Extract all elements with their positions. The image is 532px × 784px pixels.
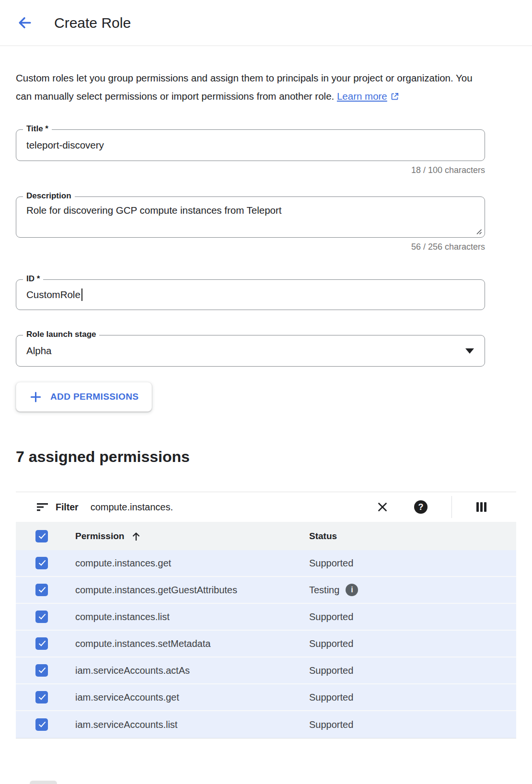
permission-cell: iam.serviceAccounts.list: [75, 719, 309, 730]
table-row[interactable]: iam.serviceAccounts.list Supported: [16, 711, 516, 738]
description-field-label: Description: [23, 191, 75, 201]
status-cell: Testing i: [309, 584, 516, 596]
page-header: Create Role: [0, 0, 532, 46]
cutoff-bottom-button[interactable]: [30, 781, 57, 784]
stage-field-label: Role launch stage: [23, 330, 99, 339]
id-value: CustomRole: [26, 289, 81, 300]
filter-toolbar: Filter compute.instances. ?: [16, 492, 516, 522]
stage-field-group: Role launch stage Alpha: [16, 335, 485, 367]
permissions-rows: compute.instances.get Supported compute.…: [16, 550, 516, 738]
add-permissions-button[interactable]: ADD PERMISSIONS: [16, 382, 152, 412]
status-cell: Supported: [309, 692, 516, 703]
select-all-cell: [16, 530, 75, 542]
permission-cell: compute.instances.getGuestAttributes: [75, 585, 309, 596]
clear-filter-button[interactable]: [375, 499, 390, 515]
row-checkbox[interactable]: [35, 584, 48, 596]
filter-input[interactable]: compute.instances.: [91, 502, 173, 513]
table-row[interactable]: compute.instances.setMetadata Supported: [16, 631, 516, 657]
description-input[interactable]: Role for discovering GCP compute instanc…: [16, 197, 485, 237]
table-row[interactable]: iam.serviceAccounts.get Supported: [16, 684, 516, 711]
title-char-counter: 18 / 100 characters: [16, 165, 485, 175]
checkmark-icon: [38, 666, 46, 673]
row-checkbox[interactable]: [35, 557, 48, 569]
status-cell: Supported: [309, 665, 516, 676]
checkmark-icon: [38, 639, 46, 646]
resize-handle-icon[interactable]: [475, 228, 482, 235]
status-label: Testing: [309, 585, 339, 596]
filter-label: Filter: [56, 502, 79, 513]
checkmark-icon: [38, 558, 46, 565]
help-button[interactable]: ?: [413, 499, 428, 515]
permission-cell: iam.serviceAccounts.get: [75, 692, 309, 703]
status-column-header: Status: [309, 531, 516, 542]
create-role-form: Custom roles let you group permissions a…: [0, 69, 532, 738]
select-all-checkbox[interactable]: [35, 530, 48, 542]
table-header-row: Permission Status: [16, 522, 516, 550]
intro-copy: Custom roles let you group permissions a…: [16, 72, 473, 102]
sort-ascending-icon: [131, 531, 141, 542]
status-cell: Supported: [309, 638, 516, 649]
description-field-group: Description Role for discovering GCP com…: [16, 196, 485, 238]
table-row[interactable]: compute.instances.list Supported: [16, 604, 516, 631]
row-checkbox[interactable]: [35, 691, 48, 703]
help-icon: ?: [414, 500, 428, 514]
row-checkbox[interactable]: [35, 718, 48, 731]
assigned-permissions-heading: 7 assigned permissions: [16, 448, 516, 466]
id-input[interactable]: CustomRole: [16, 280, 485, 310]
row-checkbox-cell: [16, 664, 75, 677]
learn-more-link[interactable]: Learn more: [337, 91, 399, 102]
back-button[interactable]: [16, 14, 33, 32]
plus-icon: [29, 391, 42, 404]
column-display-button[interactable]: [475, 500, 488, 514]
learn-more-label: Learn more: [337, 91, 387, 102]
title-input[interactable]: [16, 130, 485, 161]
checkmark-icon: [38, 612, 46, 619]
permission-column-label: Permission: [75, 531, 124, 542]
stage-select[interactable]: Alpha: [16, 335, 485, 366]
id-field-label: ID *: [23, 274, 43, 284]
permission-column-header[interactable]: Permission: [75, 531, 309, 542]
status-cell: Supported: [309, 611, 516, 623]
info-icon[interactable]: i: [346, 584, 358, 596]
status-label: Supported: [309, 719, 353, 730]
permission-cell: iam.serviceAccounts.actAs: [75, 665, 309, 676]
status-label: Supported: [309, 665, 353, 676]
title-field-group: Title *: [16, 129, 485, 161]
close-icon: [376, 500, 389, 514]
permission-cell: compute.instances.get: [75, 558, 309, 569]
view-columns-icon: [476, 501, 487, 513]
filter-toolbar-actions: ?: [375, 496, 488, 518]
external-link-icon: [390, 92, 399, 101]
status-label: Supported: [309, 611, 353, 623]
row-checkbox[interactable]: [35, 637, 48, 650]
status-cell: Supported: [309, 558, 516, 569]
row-checkbox-cell: [16, 557, 75, 569]
table-row[interactable]: compute.instances.getGuestAttributes Tes…: [16, 577, 516, 604]
id-field-group: ID * CustomRole: [16, 279, 485, 310]
add-permissions-label: ADD PERMISSIONS: [50, 392, 139, 402]
intro-text: Custom roles let you group permissions a…: [16, 69, 483, 105]
status-label: Supported: [309, 638, 353, 649]
page-title: Create Role: [54, 15, 131, 31]
table-row[interactable]: iam.serviceAccounts.actAs Supported: [16, 657, 516, 684]
checkmark-icon: [38, 692, 46, 700]
dropdown-arrow-icon: [465, 348, 474, 354]
row-checkbox[interactable]: [35, 611, 48, 623]
checkmark-icon: [38, 531, 46, 539]
checkmark-icon: [38, 720, 46, 727]
table-row[interactable]: compute.instances.get Supported: [16, 550, 516, 577]
toolbar-divider: [451, 496, 452, 518]
row-checkbox-cell: [16, 584, 75, 596]
description-char-counter: 56 / 256 characters: [16, 242, 485, 252]
row-checkbox[interactable]: [35, 664, 48, 677]
permission-cell: compute.instances.list: [75, 611, 309, 623]
row-checkbox-cell: [16, 718, 75, 731]
row-checkbox-cell: [16, 611, 75, 623]
row-checkbox-cell: [16, 691, 75, 703]
status-label: Supported: [309, 558, 353, 569]
title-field-label: Title *: [23, 124, 52, 134]
permission-cell: compute.instances.setMetadata: [75, 638, 309, 649]
status-label: Supported: [309, 692, 353, 703]
checkmark-icon: [38, 585, 46, 592]
arrow-back-icon: [17, 15, 33, 31]
